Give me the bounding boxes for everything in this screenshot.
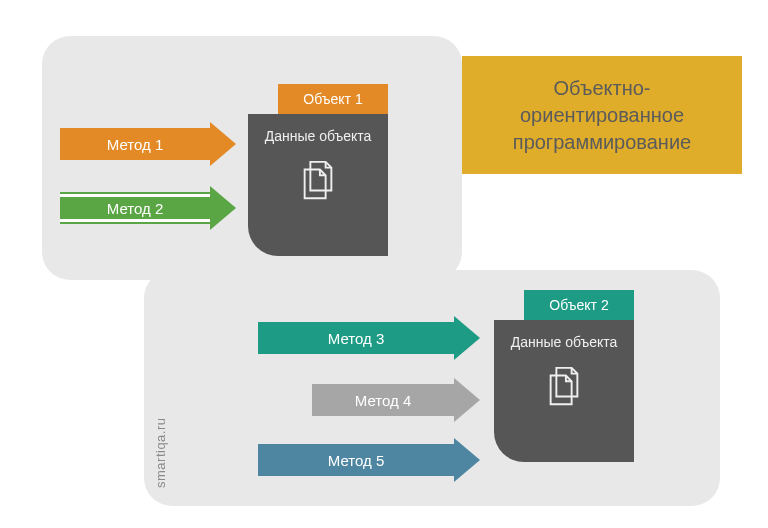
watermark-text: smartiqa.ru	[153, 417, 168, 488]
arrow-method-1: Метод 1	[60, 128, 236, 160]
documents-icon	[297, 158, 339, 204]
arrow-head-icon	[454, 438, 480, 482]
diagram-canvas: Объектно-ориентированное программировани…	[0, 0, 768, 528]
arrow-head-icon	[454, 316, 480, 360]
title-box: Объектно-ориентированное программировани…	[462, 56, 742, 174]
arrow-label: Метод 3	[258, 322, 454, 354]
arrow-label: Метод 5	[258, 444, 454, 476]
arrow-label: Метод 2	[60, 192, 210, 224]
object-1-body: Данные объекта	[248, 114, 388, 256]
arrow-method-5: Метод 5	[258, 444, 480, 476]
arrow-head-icon	[210, 122, 236, 166]
object-1-block: Объект 1 Данные объекта	[248, 84, 388, 256]
arrow-head-icon	[210, 186, 236, 230]
object-2-label: Данные объекта	[511, 334, 618, 352]
arrow-label: Метод 1	[60, 128, 210, 160]
arrow-head-icon	[454, 378, 480, 422]
object-2-tag: Объект 2	[524, 290, 634, 320]
object-2-block: Объект 2 Данные объекта	[494, 290, 634, 462]
arrow-method-3: Метод 3	[258, 322, 480, 354]
object-2-body: Данные объекта	[494, 320, 634, 462]
documents-icon	[543, 364, 585, 410]
object-1-tag: Объект 1	[278, 84, 388, 114]
arrow-label: Метод 4	[312, 384, 454, 416]
arrow-method-4: Метод 4	[312, 384, 480, 416]
title-text: Объектно-ориентированное программировани…	[472, 75, 732, 156]
arrow-method-2: Метод 2	[60, 192, 236, 224]
object-1-label: Данные объекта	[265, 128, 372, 146]
